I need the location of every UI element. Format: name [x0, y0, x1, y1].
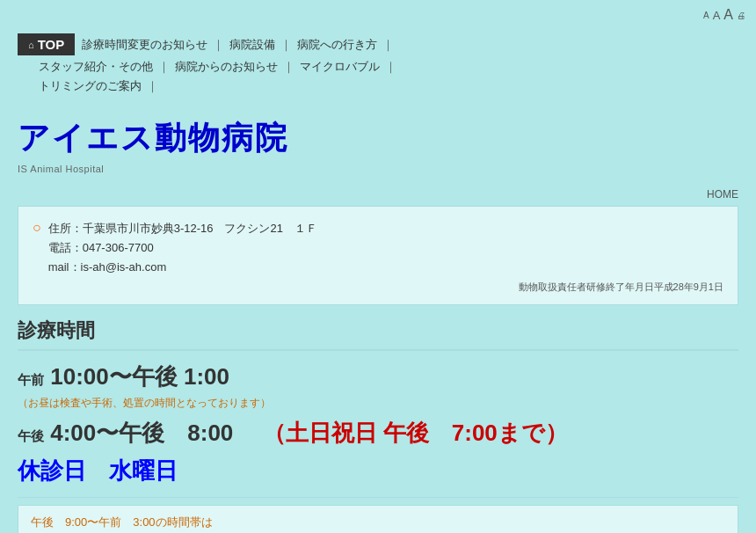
divider: [18, 497, 738, 498]
nav-sep-2: ｜: [280, 37, 292, 53]
font-size-large[interactable]: A: [723, 7, 733, 23]
nav-sep-5: ｜: [283, 59, 294, 75]
site-subtitle: IS Animal Hospital: [18, 164, 738, 174]
orange-dot: ○: [33, 220, 41, 236]
nav-link-clinic-hours-change[interactable]: 診療時間変更のお知らせ: [82, 37, 207, 53]
nav-link-hospital-facilities[interactable]: 病院設備: [229, 37, 275, 53]
breadcrumb: HOME: [0, 185, 756, 202]
nav-sep-6: ｜: [385, 59, 396, 75]
nav-link-directions[interactable]: 病院への行き方: [297, 37, 377, 53]
nav-sep-4: ｜: [158, 59, 170, 75]
morning-label: 午前: [18, 372, 44, 387]
breadcrumb-home[interactable]: HOME: [707, 188, 738, 201]
nav-row-2: スタッフ紹介・その他 ｜ 病院からのお知らせ ｜ マイクロバブル ｜: [18, 59, 738, 75]
address-block: ○ 住所：千葉県市川市妙典3-12-16 フクシン21 １Ｆ 電話：047-30…: [33, 219, 723, 277]
nav-link-trimming[interactable]: トリミングのご案内: [39, 78, 142, 94]
nav-sep-1: ｜: [213, 37, 224, 53]
morning-time: 10:00〜午後 1:00: [50, 363, 229, 390]
evening-label: 午後: [18, 428, 44, 443]
evening-sat-sun: （土日祝日 午後 7:00まで）: [263, 420, 568, 446]
address-lines: 住所：千葉県市川市妙典3-12-16 フクシン21 １Ｆ 電話：047-306-…: [48, 219, 317, 277]
nav-link-news[interactable]: 病院からのお知らせ: [175, 59, 278, 75]
phone-line: 電話：047-306-7700: [48, 238, 317, 258]
address-line: 住所：千葉県市川市妙典3-12-16 フクシン21 １Ｆ: [48, 219, 317, 238]
font-size-small[interactable]: A: [703, 11, 709, 20]
nav-sep-3: ｜: [382, 37, 394, 53]
font-icon: 🖨: [737, 11, 745, 20]
nav-row-1: ⌂ TOP 診療時間変更のお知らせ ｜ 病院設備 ｜ 病院への行き方 ｜: [18, 33, 738, 55]
font-size-medium[interactable]: A: [713, 9, 721, 22]
top-label: TOP: [38, 37, 65, 52]
info-box: ○ 住所：千葉県市川市妙典3-12-16 フクシン21 １Ｆ 電話：047-30…: [18, 206, 738, 305]
hours-title: 診療時間: [18, 318, 738, 351]
font-size-controls: A A A 🖨: [703, 7, 747, 23]
navigation: ⌂ TOP 診療時間変更のお知らせ ｜ 病院設備 ｜ 病院への行き方 ｜ スタッ…: [0, 25, 756, 101]
home-icon: ⌂: [28, 40, 34, 50]
site-header: アイエス動物病院 IS Animal Hospital: [0, 101, 756, 178]
hours-note: （お昼は検査や手術、処置の時間となっております）: [18, 396, 738, 411]
nav-link-microbubble[interactable]: マイクロバブル: [300, 59, 380, 75]
site-title: アイエス動物病院: [18, 117, 738, 160]
nav-sep-7: ｜: [147, 78, 158, 94]
hours-section: 診療時間 午前 10:00〜午後 1:00 （お昼は検査や手術、処置の時間となっ…: [0, 305, 756, 486]
nav-link-staff[interactable]: スタッフ紹介・その他: [39, 59, 153, 75]
mail-line: mail：is-ah@is-ah.com: [48, 258, 317, 277]
animal-cert: 動物取扱責任者研修終了年月日平成28年9月1日: [33, 281, 723, 294]
emergency-box: 午後 9:00〜午前 3:00の時間帯は 夜間提携病院：ひがし東京夜間救急動物医…: [18, 505, 738, 533]
nav-row-3: トリミングのご案内 ｜: [18, 78, 738, 94]
evening-time: 4:00〜午後 8:00: [50, 420, 256, 446]
emergency-hours: 午後 9:00〜午前 3:00の時間帯は: [31, 515, 725, 530]
hours-morning: 午前 10:00〜午後 1:00: [18, 361, 738, 392]
nav-top-button[interactable]: ⌂ TOP: [18, 33, 75, 55]
hours-closed: 休診日 水曜日: [18, 456, 738, 486]
hours-evening: 午後 4:00〜午後 8:00 （土日祝日 午後 7:00まで）: [18, 418, 738, 449]
